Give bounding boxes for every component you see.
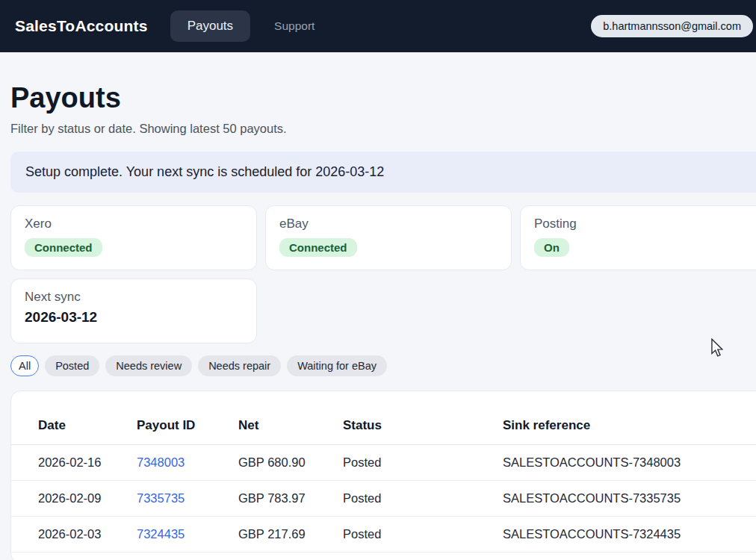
cell-status: Posted [343,444,503,480]
filter-chip-waiting-for-ebay[interactable]: Waiting for eBay [287,355,387,376]
page-title: Payouts [10,82,756,115]
payout-id-link[interactable]: 7348003 [137,455,185,469]
column-header-status: Status [343,399,503,445]
next-sync-value: 2026-03-12 [25,309,243,326]
column-header-sink-reference: Sink reference [503,399,756,445]
table-row: 2026-02-03 7324435 GBP 217.69 Posted SAL… [11,516,756,552]
cell-sink-reference: SALESTOACCOUNTS-7348003 [503,444,756,480]
cell-net: GBP 217.69 [238,516,343,552]
main-content: Payouts Filter by status or date. Showin… [0,82,756,560]
status-badge: Connected [279,238,357,257]
cell-net: GBP 680.90 [238,444,343,480]
status-filter-chips: All Posted Needs review Needs repair Wai… [10,355,756,376]
filter-chip-needs-repair[interactable]: Needs repair [198,355,281,376]
table-header-row: Date Payout ID Net Status Sink reference [11,399,756,445]
filter-chip-posted[interactable]: Posted [45,355,99,376]
card-label: eBay [279,217,498,231]
column-header-date: Date [11,399,137,445]
card-label: Xero [25,217,243,231]
filter-chip-needs-review[interactable]: Needs review [105,355,192,376]
cell-status: Posted [343,516,503,552]
cell-net: GBP 783.97 [238,480,343,516]
status-badge: Connected [25,238,102,257]
column-header-payout-id: Payout ID [137,399,238,445]
cell-sink-reference: SALESTOACCOUNTS-7324435 [503,516,756,552]
brand-logo: SalesToAccounts [15,17,148,35]
payout-id-link[interactable]: 7324435 [137,527,185,541]
payout-id-link[interactable]: 7335735 [137,491,185,505]
filter-chip-all[interactable]: All [10,355,39,376]
table-row: 2026-02-16 7348003 GBP 680.90 Posted SAL… [11,444,756,480]
cell-date: 2026-02-03 [11,516,137,552]
nav-item-support[interactable]: Support [274,19,315,33]
status-card-posting: Posting On [520,205,756,270]
card-label: Posting [534,217,752,231]
topbar: SalesToAccounts Payouts Support b.hartma… [0,0,756,52]
cell-status: Posted [343,480,503,516]
setup-complete-banner: Setup complete. Your next sync is schedu… [10,152,756,193]
status-card-next-sync: Next sync 2026-03-12 [10,279,257,343]
table-row: 2026-02-09 7335735 GBP 783.97 Posted SAL… [11,480,756,516]
status-card-xero: Xero Connected [10,205,257,270]
cell-date: 2026-02-16 [11,444,137,480]
status-badge: On [534,238,569,257]
cell-date: 2026-02-09 [11,480,137,516]
nav-item-payouts[interactable]: Payouts [170,10,250,42]
payouts-table: Date Payout ID Net Status Sink reference… [11,399,756,553]
payouts-table-card: Date Payout ID Net Status Sink reference… [10,391,756,560]
card-label: Next sync [25,290,243,305]
user-email-pill[interactable]: b.hartmannsson@gmail.com [591,15,753,37]
cell-sink-reference: SALESTOACCOUNTS-7335735 [503,480,756,516]
page-subtitle: Filter by status or date. Showing latest… [10,122,756,136]
status-cards: Xero Connected eBay Connected Posting On… [10,205,756,343]
status-card-ebay: eBay Connected [265,205,512,270]
column-header-net: Net [238,399,343,445]
